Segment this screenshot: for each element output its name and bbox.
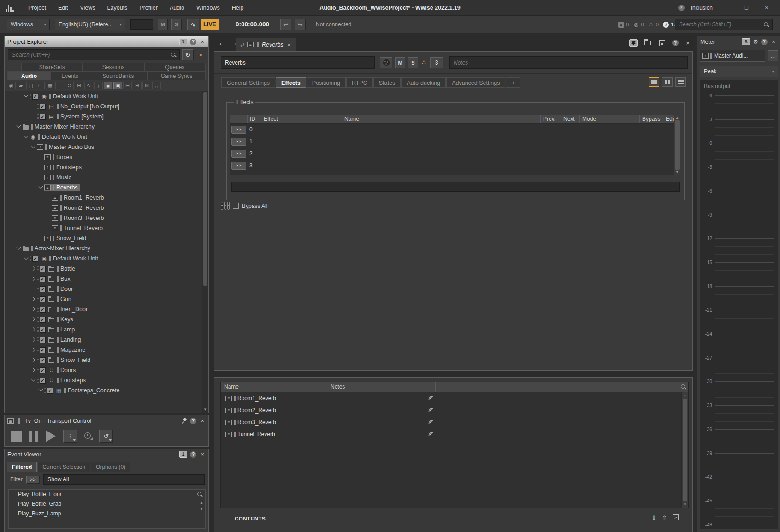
contents-tab[interactable]: CONTENTS <box>235 516 266 521</box>
more-options-button[interactable]: ... <box>768 50 778 61</box>
tree-item-door[interactable]: ✓Door <box>5 284 208 294</box>
tab-effects[interactable]: Effects <box>276 77 306 88</box>
menu-windows[interactable]: Windows <box>190 0 226 16</box>
layout-split-horizontal-button[interactable] <box>675 77 686 87</box>
effects-scrollbar[interactable]: ▲ ▼ <box>674 115 680 175</box>
gear-icon[interactable]: ⚙ <box>753 38 758 45</box>
reset-button[interactable]: ↺ <box>99 430 113 443</box>
help-icon[interactable]: ? <box>672 40 679 46</box>
include-checkbox[interactable]: ✓ <box>40 337 46 343</box>
chevron-down-icon[interactable] <box>16 245 22 252</box>
clock-icon[interactable] <box>84 432 92 440</box>
physical-folder-icon[interactable]: ▰ <box>17 82 25 89</box>
global-search-input[interactable] <box>675 19 773 30</box>
remote-platform-button[interactable]: ↪ <box>295 19 306 30</box>
filter-menu-button[interactable]: >> <box>26 476 40 484</box>
scroll-up-icon[interactable]: ▲ <box>674 116 680 120</box>
tab-events[interactable]: Events <box>51 71 89 80</box>
help-icon[interactable]: ? <box>190 39 196 45</box>
play-button[interactable] <box>46 430 56 442</box>
master-mute-button[interactable]: M <box>158 19 168 30</box>
tree-item-room3-reverb[interactable]: ≡Room3_Reverb <box>5 213 208 223</box>
edit-notes-icon[interactable]: ✎ <box>428 394 433 402</box>
follow-selection-button[interactable]: ✱ <box>629 39 638 47</box>
inclusion-label[interactable]: Inclusion <box>691 5 713 11</box>
sound-sfx-icon[interactable]: ∿ <box>84 82 93 89</box>
tree-item-snow-field[interactable]: ✓Snow_Field <box>5 355 208 365</box>
tab-general-settings[interactable]: General Settings <box>221 77 275 88</box>
chevron-right-icon[interactable] <box>30 367 37 373</box>
event-item-play-bottle-floor[interactable]: Play_Bottle_Floor <box>9 490 205 499</box>
chevron-right-icon[interactable] <box>30 337 37 343</box>
include-checkbox[interactable]: ✓ <box>40 307 46 313</box>
dock-number-badge[interactable]: 1 <box>179 38 187 45</box>
tree-item-room1-reverb[interactable]: ≡Room1_Reverb <box>5 193 208 203</box>
close-icon[interactable]: × <box>199 451 206 458</box>
filter-sounds-button[interactable]: ■ <box>104 82 112 89</box>
include-checkbox[interactable]: ✓ <box>40 357 46 363</box>
tab-sessions[interactable]: Sessions <box>83 63 144 71</box>
tree-item-reverbs[interactable]: ≡Reverbs <box>5 183 208 193</box>
tree-item-box[interactable]: ✓Box <box>5 274 208 284</box>
platform-selector[interactable]: Windows▾ <box>7 19 50 30</box>
random-container-icon[interactable]: ∷ <box>65 82 74 89</box>
document-tab-reverbs[interactable]: ⇄ ≡ Reverbs × <box>236 38 296 51</box>
color-picker-button[interactable] <box>380 57 392 68</box>
tree-item-no-output-no-output[interactable]: ✓▤No_Output [No Output] <box>5 101 208 112</box>
help-icon[interactable]: ? <box>761 39 768 45</box>
tree-item-boxes[interactable]: ≡Boxes <box>5 152 208 162</box>
tab-game-syncs[interactable]: Game Syncs <box>148 71 206 80</box>
close-button[interactable]: × <box>760 4 774 11</box>
tab-sharesets[interactable]: ShareSets <box>21 63 83 71</box>
menu-edit[interactable]: Edit <box>52 0 74 16</box>
chevron-right-icon[interactable] <box>30 347 37 353</box>
tree-item-default-work-unit[interactable]: ✓◉Default Work Unit <box>5 91 208 101</box>
include-checkbox[interactable]: ✓ <box>40 317 46 323</box>
tree-item-room2-reverb[interactable]: ≡Room2_Reverb <box>5 203 208 213</box>
tab-queries[interactable]: Queries <box>144 63 206 71</box>
include-checkbox[interactable]: ✓ <box>40 286 46 292</box>
sound-voice-icon[interactable]: ♪ <box>94 82 103 89</box>
include-checkbox[interactable]: ✓ <box>40 367 46 373</box>
refresh-button[interactable]: ↻ <box>182 49 194 60</box>
tree-scrollbar[interactable]: ▼ <box>202 91 208 413</box>
include-checkbox[interactable]: ✓ <box>40 327 46 333</box>
tree-item-doors[interactable]: ✓∷Doors <box>5 365 208 375</box>
minimize-button[interactable]: – <box>719 4 733 11</box>
tab-soundbanks[interactable]: SoundBanks <box>89 71 148 80</box>
layout-single-button[interactable] <box>649 77 659 87</box>
tab-auto-ducking[interactable]: Auto-ducking <box>401 77 446 88</box>
scroll-down-icon[interactable]: ▼ <box>202 408 208 412</box>
effect-slot-menu-button[interactable]: >> <box>231 138 246 146</box>
edit-notes-icon[interactable]: ✎ <box>428 418 433 426</box>
include-checkbox[interactable]: ✓ <box>40 276 46 282</box>
search-icon[interactable] <box>763 22 769 28</box>
back-button[interactable]: ← <box>219 39 225 47</box>
effects-hscroll-strip[interactable] <box>231 182 680 192</box>
auto-target-button[interactable]: A <box>742 38 750 45</box>
menu-project[interactable]: Project <box>22 0 52 16</box>
include-checkbox[interactable]: ✓ <box>40 378 46 384</box>
chevron-down-icon[interactable] <box>30 377 37 384</box>
tree-item-system-system[interactable]: ✓▤System [System] <box>5 112 208 122</box>
include-checkbox[interactable]: ✓ <box>40 347 46 353</box>
effect-slot-menu-button[interactable]: >> <box>231 126 246 134</box>
menu-audio[interactable]: Audio <box>164 0 190 16</box>
meter-target-selector[interactable]: ↑ Master Audi... <box>700 50 765 62</box>
chevron-right-icon[interactable] <box>30 266 37 272</box>
virtual-folder-icon[interactable]: ▢ <box>26 82 35 89</box>
hide-grid-icon[interactable]: ⊠ <box>142 82 151 89</box>
tree-item-lamp[interactable]: ✓Lamp <box>5 325 208 335</box>
chevron-down-icon[interactable] <box>23 255 30 262</box>
search-icon[interactable] <box>680 384 686 390</box>
scrollbar-thumb[interactable] <box>675 120 680 170</box>
contents-row-room1-reverb[interactable]: ≡Room1_Reverb✎ <box>221 392 688 404</box>
column-header-notes[interactable]: Notes <box>327 382 436 392</box>
maximize-button[interactable]: □ <box>739 4 753 11</box>
tab-audio[interactable]: Audio <box>7 71 51 80</box>
horizontal-splitter[interactable] <box>214 371 693 377</box>
edit-notes-icon[interactable]: ✎ <box>428 430 433 437</box>
scroll-down-icon[interactable]: ▼ <box>682 502 688 507</box>
switch-container-icon[interactable]: ⊞ <box>75 82 83 89</box>
scroll-up-icon[interactable]: ▲ <box>682 393 688 397</box>
